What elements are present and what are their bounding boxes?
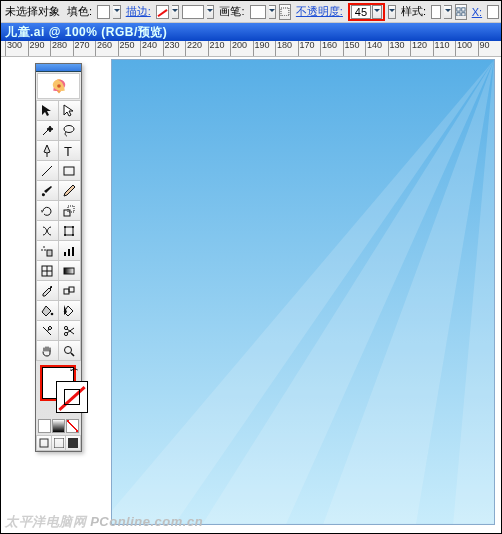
sky-rays-artwork: [112, 60, 494, 524]
svg-rect-31: [72, 247, 74, 256]
svg-text:T: T: [64, 144, 72, 158]
color-mode-gradient[interactable]: [52, 419, 65, 433]
zoom-tool[interactable]: [59, 341, 82, 361]
opacity-label[interactable]: 不透明度:: [294, 4, 345, 19]
opacity-input[interactable]: 45: [351, 5, 371, 19]
svg-rect-35: [64, 268, 74, 274]
fill-stroke-control[interactable]: ⤺: [39, 364, 78, 416]
graph-tool[interactable]: [59, 241, 82, 261]
pen-tool[interactable]: [36, 141, 59, 161]
pencil-tool[interactable]: [59, 181, 82, 201]
brush-select[interactable]: [250, 5, 266, 19]
ruler-tick: 110: [433, 41, 450, 56]
ruler-tick: 180: [275, 41, 292, 56]
type-tool[interactable]: T: [59, 141, 82, 161]
screen-mode-normal[interactable]: [36, 436, 52, 451]
svg-line-16: [42, 166, 52, 176]
stroke-dropdown[interactable]: [172, 5, 179, 19]
svg-rect-44: [54, 438, 64, 448]
svg-line-42: [71, 353, 74, 356]
document-title: 儿童.ai @ 100% (RGB/预览): [5, 24, 167, 41]
stroke-color-box[interactable]: [56, 381, 88, 413]
svg-point-26: [43, 246, 45, 248]
style-swatch[interactable]: [431, 5, 441, 19]
svg-point-28: [44, 249, 46, 251]
lasso-tool[interactable]: [59, 121, 82, 141]
paintbrush-tool[interactable]: [36, 181, 59, 201]
svg-rect-43: [40, 439, 48, 447]
svg-rect-4: [462, 12, 465, 15]
x-label[interactable]: X:: [470, 6, 484, 18]
fill-swatch[interactable]: [97, 5, 110, 19]
warp-tool[interactable]: [36, 221, 59, 241]
svg-point-13: [57, 84, 61, 88]
x-input[interactable]: [487, 5, 499, 19]
ruler-tick: 170: [298, 41, 315, 56]
free-transform-tool[interactable]: [59, 221, 82, 241]
hand-tool[interactable]: [36, 341, 59, 361]
stroke-weight-select[interactable]: [182, 5, 204, 19]
app-window: 未选择对象 填色: 描边: 画笔: 不透明度: 45 样式: X: 儿童.ai …: [0, 0, 502, 534]
ruler-tick: 130: [388, 41, 405, 56]
ruler-tick: 240: [140, 41, 157, 56]
tool-palette[interactable]: T: [35, 63, 82, 452]
slice-tool[interactable]: [36, 321, 59, 341]
mesh-tool[interactable]: [36, 261, 59, 281]
magic-wand-tool[interactable]: [36, 121, 59, 141]
eyedropper-tool[interactable]: [36, 281, 59, 301]
palette-grip[interactable]: [36, 64, 81, 72]
artboard[interactable]: [111, 59, 495, 525]
selection-tool[interactable]: [36, 101, 59, 121]
palette-logo: [37, 73, 80, 99]
ruler-tick: 230: [163, 41, 180, 56]
opacity-slider-toggle[interactable]: [388, 5, 396, 19]
align-panel-button[interactable]: [455, 4, 467, 20]
line-tool[interactable]: [36, 161, 59, 181]
svg-point-21: [64, 226, 66, 228]
svg-rect-30: [68, 249, 70, 256]
swap-fill-stroke-icon[interactable]: ⤺: [70, 364, 78, 375]
ruler-tick: 220: [185, 41, 202, 56]
svg-rect-45: [68, 438, 78, 448]
scissors-tool[interactable]: [59, 321, 82, 341]
stroke-weight-dropdown[interactable]: [207, 5, 214, 19]
svg-point-23: [64, 234, 66, 236]
gradient-tool[interactable]: [59, 261, 82, 281]
opacity-highlight: 45: [348, 3, 385, 21]
opacity-dropdown[interactable]: [372, 5, 382, 19]
blend-tool[interactable]: [59, 281, 82, 301]
rotate-tool[interactable]: [36, 201, 59, 221]
no-selection-label: 未选择对象: [3, 4, 62, 19]
color-mode-solid[interactable]: [38, 419, 51, 433]
brush-dropdown[interactable]: [269, 5, 276, 19]
ruler-tick: 190: [253, 41, 270, 56]
options-bar: 未选择对象 填色: 描边: 画笔: 不透明度: 45 样式: X:: [1, 1, 501, 23]
symbol-sprayer-tool[interactable]: [36, 241, 59, 261]
color-mode-none[interactable]: [66, 419, 79, 433]
brush-options-button[interactable]: [279, 4, 291, 20]
svg-point-27: [41, 249, 43, 251]
svg-rect-20: [65, 227, 73, 235]
ruler-tick: 210: [208, 41, 225, 56]
svg-point-22: [72, 226, 74, 228]
ruler-tick: 100: [455, 41, 472, 56]
svg-rect-25: [47, 250, 52, 256]
live-paint-bucket-tool[interactable]: [36, 301, 59, 321]
svg-rect-0: [281, 8, 289, 16]
svg-point-41: [65, 346, 72, 353]
style-dropdown[interactable]: [444, 5, 451, 19]
ruler-tick: 290: [28, 41, 45, 56]
stroke-label[interactable]: 描边:: [124, 4, 153, 19]
live-paint-selection-tool[interactable]: [59, 301, 82, 321]
ruler-tick: 160: [320, 41, 337, 56]
stroke-swatch[interactable]: [156, 5, 169, 19]
ruler-tick: 300: [5, 41, 22, 56]
fill-dropdown[interactable]: [113, 5, 120, 19]
svg-point-38: [51, 312, 54, 315]
direct-selection-tool[interactable]: [59, 101, 82, 121]
screen-mode-full[interactable]: [66, 436, 81, 451]
ruler-tick: 250: [118, 41, 135, 56]
scale-tool[interactable]: [59, 201, 82, 221]
rectangle-tool[interactable]: [59, 161, 82, 181]
screen-mode-full-menu[interactable]: [52, 436, 67, 451]
